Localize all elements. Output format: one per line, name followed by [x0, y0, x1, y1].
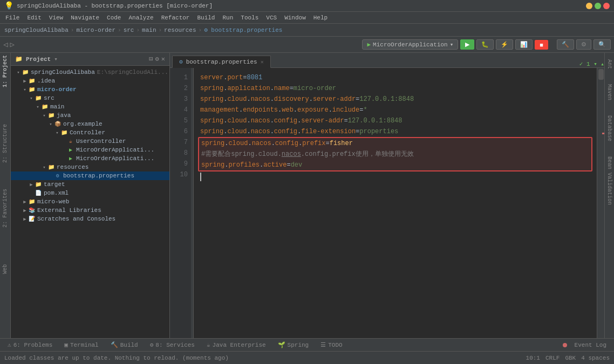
- src-icon: 📁: [35, 94, 42, 102]
- editor-scrollbar[interactable]: [597, 68, 604, 338]
- left-strip-favorites[interactable]: 2: Favorites: [2, 189, 8, 228]
- tree-micro-web[interactable]: ▶ 📁 micro-web: [11, 197, 169, 206]
- breadcrumb-part-2[interactable]: micro-order: [76, 27, 115, 33]
- menu-item-window[interactable]: Window: [281, 13, 309, 22]
- panel-dropdown-icon[interactable]: ▾: [54, 56, 58, 63]
- menu-item-edit[interactable]: Edit: [24, 13, 44, 22]
- left-strip-project[interactable]: 1: Project: [2, 55, 8, 87]
- close-panel-button[interactable]: ✕: [161, 55, 165, 63]
- problems-icon: ⚠: [8, 341, 11, 348]
- maximize-button[interactable]: [595, 3, 601, 9]
- breadcrumb-part-3[interactable]: src: [124, 27, 134, 33]
- build-button[interactable]: 🔨: [557, 39, 574, 50]
- menu-item-vcs[interactable]: VCS: [263, 13, 280, 22]
- left-strip-structure[interactable]: 2: Structure: [2, 124, 8, 163]
- mw-label: micro-web: [37, 198, 69, 205]
- tree-user-controller[interactable]: ▶ ☕ UserController: [11, 137, 169, 146]
- search-everywhere-button[interactable]: 🔍: [593, 39, 611, 50]
- tree-main[interactable]: ▾ 📁 main: [11, 102, 169, 111]
- tree-bootstrap-props[interactable]: ▶ ⚙ bootstrap.properties: [11, 171, 169, 180]
- services-tab[interactable]: ⚙ 8: Services: [145, 340, 200, 349]
- tab-label: bootstrap.properties: [186, 59, 257, 65]
- breadcrumb-sep-2: ›: [118, 27, 121, 33]
- code-line-1: server.port=8081: [200, 72, 590, 83]
- menu-item-code[interactable]: Code: [104, 13, 124, 22]
- tree-external-libs[interactable]: ▶ 📚 External Libraries: [11, 206, 169, 215]
- line-ending[interactable]: CRLF: [545, 355, 560, 361]
- database-panel-tab[interactable]: Database: [605, 113, 613, 143]
- spring-tab[interactable]: 🌱 Spring: [272, 340, 315, 349]
- forward-button[interactable]: ▷: [10, 40, 14, 49]
- menu-item-help[interactable]: Help: [310, 13, 331, 22]
- tree-src[interactable]: ▾ 📁 src: [11, 94, 169, 102]
- menu-item-tools[interactable]: Tools: [237, 13, 262, 22]
- menu-item-refactor[interactable]: Refactor: [158, 13, 193, 22]
- tree-micro-order[interactable]: ▾ 📁 micro-order: [11, 85, 169, 94]
- tree-root[interactable]: ▾ 📁 springCloudAlibaba E:\springCloudAli…: [11, 68, 169, 77]
- menu-item-file[interactable]: File: [2, 13, 23, 22]
- left-strip-web[interactable]: Web: [2, 264, 8, 274]
- tree-java[interactable]: ▾ 📁 java: [11, 111, 169, 120]
- collapse-all-button[interactable]: ⊟: [149, 55, 153, 63]
- settings-button[interactable]: ⚙: [576, 39, 591, 50]
- title-bar-title: springCloudAlibaba - bootstrap.propertie…: [17, 3, 213, 9]
- profile-button[interactable]: 📊: [515, 39, 533, 50]
- tree-resources[interactable]: ▾ 📁 resources: [11, 163, 169, 171]
- tree-scratches[interactable]: ▶ 📝 Scratches and Consoles: [11, 215, 169, 223]
- code-line-4: management.endpoints.web.exposure.includ…: [200, 105, 590, 115]
- menu-item-analyze[interactable]: Analyze: [125, 13, 156, 22]
- breadcrumb-part-1[interactable]: springCloudAlibaba: [4, 27, 69, 33]
- tree-micro-app-1[interactable]: ▶ ▶ MicroOrderApplicati...: [11, 146, 169, 154]
- tree-controller[interactable]: ▾ 📁 Controller: [11, 128, 169, 137]
- tree-idea[interactable]: ▶ 📁 .idea: [11, 77, 169, 85]
- build-label: Build: [120, 342, 138, 348]
- sc-label: Scratches and Consoles: [37, 216, 115, 222]
- menu-item-navigate[interactable]: Navigate: [67, 13, 103, 22]
- problems-tab[interactable]: ⚠ 6: Problems: [2, 340, 58, 349]
- todo-tab[interactable]: ☰ TODO: [315, 340, 347, 349]
- event-log-tab[interactable]: Event Log: [569, 341, 612, 349]
- run-config-dropdown[interactable]: ▶ MicroOrderApplication ▾: [362, 39, 458, 50]
- terminal-tab[interactable]: ▣ Terminal: [59, 340, 104, 349]
- line-numbers: 1 2 3 4 5 6 7 8 9 10: [170, 68, 192, 338]
- settings-gear-button[interactable]: ⚙: [155, 55, 159, 63]
- run-button[interactable]: ▶: [460, 39, 474, 50]
- tree-org-example[interactable]: ▾ 📦 org.example: [11, 120, 169, 128]
- menu-item-build[interactable]: Build: [194, 13, 218, 22]
- encoding[interactable]: GBK: [565, 355, 576, 361]
- breadcrumb-part-5[interactable]: resources: [164, 27, 196, 33]
- idea-arrow: ▶: [22, 78, 28, 84]
- indent[interactable]: 4 spaces: [581, 355, 610, 361]
- cursor-position[interactable]: 10:1: [526, 355, 540, 361]
- tab-bootstrap-props[interactable]: ⚙ bootstrap.properties ✕: [172, 56, 271, 68]
- java-label: java: [57, 112, 71, 119]
- res-icon: 📁: [47, 163, 55, 171]
- bean-validation-tab[interactable]: Bean Validation: [605, 154, 613, 207]
- breadcrumb-part-6[interactable]: ⚙ bootstrap.properties: [204, 26, 282, 33]
- ma1-icon: ▶: [67, 146, 74, 154]
- terminal-icon: ▣: [64, 341, 68, 348]
- tree-micro-app-2[interactable]: ▶ ▶ MicroOrderApplicati...: [11, 154, 169, 163]
- code-line-6: spring.cloud.nacos.config.file-extension…: [200, 126, 590, 137]
- menu-item-run[interactable]: Run: [219, 13, 236, 22]
- line-num-6: 6: [170, 126, 188, 137]
- stop-button[interactable]: ■: [535, 40, 548, 50]
- breadcrumb-part-4[interactable]: main: [142, 27, 156, 33]
- debug-button[interactable]: 🐛: [476, 39, 494, 50]
- micro-order-arrow: ▾: [22, 86, 28, 93]
- menu-item-view[interactable]: View: [46, 13, 66, 22]
- tab-close-button[interactable]: ✕: [261, 59, 264, 65]
- code-editor[interactable]: server.port=8081 spring.application.name…: [194, 68, 597, 338]
- controller-label: Controller: [70, 129, 105, 136]
- build-tab[interactable]: 🔨 Build: [105, 340, 144, 349]
- minimize-button[interactable]: [586, 3, 592, 9]
- tree-pom[interactable]: ▶ 📄 pom.xml: [11, 189, 169, 197]
- close-button[interactable]: [603, 3, 610, 9]
- back-button[interactable]: ◁: [3, 40, 8, 49]
- java-enterprise-tab[interactable]: ☕ Java Enterprise: [201, 340, 271, 349]
- maven-panel-tab[interactable]: Maven: [605, 82, 613, 102]
- tree-target[interactable]: ▶ 📁 target: [11, 180, 169, 189]
- ant-panel-tab[interactable]: Ant: [605, 57, 613, 71]
- coverage-button[interactable]: ⚡: [496, 39, 513, 50]
- scrollbar-thumb[interactable]: [598, 69, 604, 80]
